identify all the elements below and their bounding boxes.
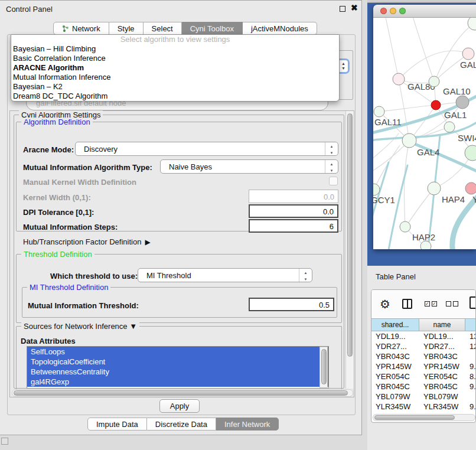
table-cell[interactable]: 9. [465,402,476,412]
dropdown-item[interactable]: Mutual Information Inference [11,73,339,82]
table-cell[interactable]: YBR043C [371,351,419,361]
network-node-gal4[interactable] [402,133,416,148]
tab-jactivemnodules[interactable]: jActiveMNodules [243,22,317,35]
which-threshold-combobox[interactable]: MI Threshold ▲▼ [138,268,312,282]
scrollbar-thumb[interactable] [321,349,327,384]
table-cell[interactable]: YLR345W [371,402,419,412]
tab-select[interactable]: Select [144,22,182,35]
page-icon[interactable] [470,296,476,309]
data-attribute-item[interactable]: TopologicalCoefficient [27,357,328,367]
table-cell[interactable]: YBR045C [371,381,419,392]
network-node-gal1[interactable] [431,100,441,110]
network-node-gal11[interactable] [374,106,384,117]
table-cell[interactable]: YER054C [419,371,465,381]
network-node[interactable] [420,241,431,249]
table-cell[interactable]: YDR27... [419,341,465,351]
table-cell[interactable]: 9. [465,361,476,371]
table-cell[interactable] [465,392,476,402]
table-row[interactable]: YER054CYER054C8. [371,371,476,381]
table-row[interactable]: YBR045CYBR045C9. [371,381,476,392]
table-cell[interactable]: YBL079W [419,392,465,402]
table-cell[interactable]: YBR045C [419,381,465,392]
data-attribute-item[interactable]: gal4RGexp [27,377,328,387]
column-header-shared-name[interactable]: shared... [371,318,419,331]
scrollbar-thumb[interactable] [347,113,353,357]
table-cell[interactable]: YDL19... [419,331,465,341]
table-row[interactable]: YDR27...YDR27...12 [371,341,476,351]
scrollbar-thumb[interactable] [14,390,348,396]
table-cell[interactable]: YPR145W [371,361,419,371]
table-cell[interactable]: YDR27... [371,341,419,351]
table-cell[interactable]: 8. [465,371,476,381]
table-row[interactable]: YPR145WYPR145W9. [371,361,476,371]
network-node[interactable] [468,18,476,30]
network-node-gal[interactable] [462,48,474,60]
table-cell[interactable]: YBL079W [371,392,419,402]
network-node-hap4[interactable] [428,182,441,195]
list-vertical-scrollbar[interactable] [319,347,328,388]
network-node[interactable] [465,145,476,161]
tab-discretize-data[interactable]: Discretize Data [147,418,216,431]
dropdown-item[interactable]: ARACNE Algorithm [11,63,339,73]
dropdown-item[interactable]: Dream8 DC_TDC Algorithm [11,92,339,101]
tab-infer-network[interactable]: Infer Network [216,418,279,431]
table-cell[interactable] [465,351,476,361]
network-node-gal80[interactable] [393,73,405,85]
tab-network[interactable]: Network [53,22,109,35]
table-horizontal-scrollbar[interactable] [373,414,475,421]
data-attributes-list[interactable]: SelfLoopsTopologicalCoefficientBetweenne… [27,346,329,389]
kernel-width-field[interactable]: 0.0 [249,190,338,203]
table-row[interactable]: YBL079WYBL079W [371,392,476,402]
columns-icon[interactable] [402,299,412,309]
window-minimize-button[interactable] [390,8,396,14]
network-window-titlebar[interactable] [373,5,476,18]
scrollbar-thumb[interactable] [374,415,455,420]
table-cell[interactable]: YBR043C [419,351,465,361]
table-row[interactable]: YBR043CYBR043C [371,351,476,361]
tab-impute-data[interactable]: Impute Data [87,418,147,431]
unselect-all-columns-icon[interactable] [446,301,458,306]
settings-vertical-scrollbar[interactable] [345,111,354,389]
tab-style[interactable]: Style [109,22,144,35]
aracne-mode-combobox[interactable]: Discovery ▲▼ [75,142,338,156]
mi-type-combobox[interactable]: Naive Bayes ▲▼ [160,159,338,174]
table-cell[interactable]: YLR345W [419,402,465,412]
apply-button[interactable]: Apply [159,399,200,413]
manual-kernel-checkbox[interactable] [329,177,338,185]
data-attribute-item[interactable]: BetweennessCentrality [27,367,328,377]
network-node-hap2[interactable] [400,221,410,232]
network-node-swi4[interactable] [444,122,455,132]
table-cell[interactable]: 13 [465,331,476,341]
table-cell[interactable]: YER054C [371,371,419,381]
mi-steps-field[interactable]: 6 [249,219,338,233]
table-cell[interactable]: YDL19... [371,331,419,341]
panel-grip-icon[interactable] [1,438,8,445]
column-header-clipped[interactable] [465,318,476,331]
network-node[interactable] [456,96,469,109]
dpi-tolerance-field[interactable]: 0.0 [249,204,338,218]
table-row[interactable]: YLR345WYLR345W9. [371,402,476,412]
dropdown-item[interactable]: Bayesian – K2 [11,82,339,92]
settings-horizontal-scrollbar[interactable] [12,389,353,397]
network-node-y[interactable] [465,182,476,194]
network-canvas[interactable]: GALGAL80GAL10GAL1GAL11SWI4GAL4GCY1HAP4YH… [373,18,476,249]
window-zoom-button[interactable] [399,8,406,14]
tab-cyni-toolbox[interactable]: Cyni Toolbox [182,22,243,35]
mi-threshold-field[interactable]: 0.5 [249,298,334,311]
select-all-columns-icon[interactable]: ✓ ✓ [425,301,437,306]
table-cell[interactable]: 12 [465,341,476,351]
network-node-gal10[interactable] [429,76,439,87]
table-cell[interactable]: YPR145W [419,361,465,371]
table-row[interactable]: YDL19...YDL19...13 [371,331,476,341]
hub-definition-expander[interactable]: Hub/Transcription Factor Definition▶ [23,237,151,246]
window-close-button[interactable] [380,8,387,14]
manual-kernel-label: Manual Kernel Width Definition [23,178,136,187]
gear-icon[interactable]: ⚙ [380,297,390,311]
dropdown-item[interactable]: Bayesian – Hill Climbing [11,44,339,54]
column-header-name[interactable]: name [419,318,465,331]
table-cell[interactable]: 9. [465,381,476,392]
float-panel-icon[interactable] [340,6,345,12]
dropdown-item[interactable]: Basic Correlation Inference [11,54,339,63]
data-attribute-item[interactable]: SelfLoops [27,347,328,357]
close-panel-icon[interactable]: ✖ [351,3,358,12]
